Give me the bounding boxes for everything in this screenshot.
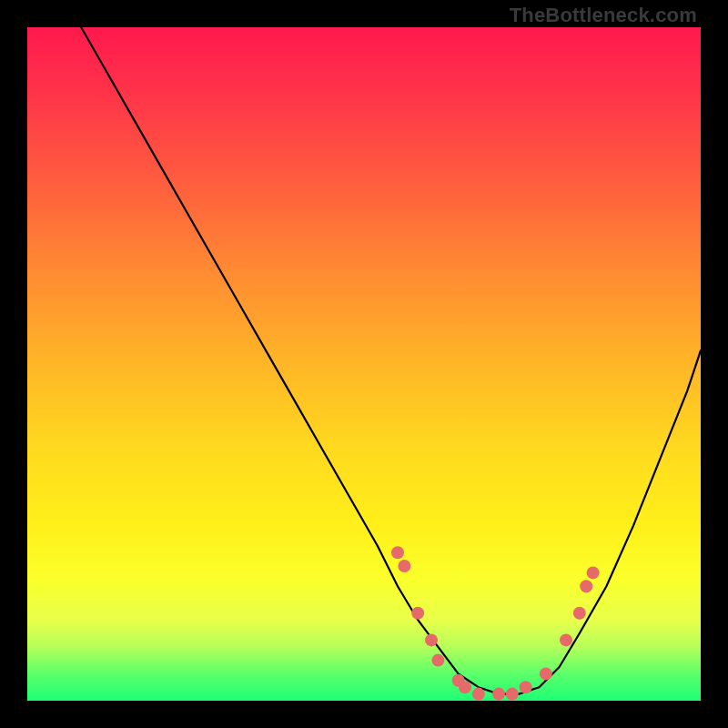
chart-svg bbox=[27, 27, 701, 701]
data-point bbox=[587, 566, 600, 579]
data-point bbox=[472, 688, 485, 701]
data-points-group bbox=[391, 546, 600, 700]
data-point bbox=[398, 560, 410, 572]
chart-frame bbox=[27, 27, 701, 701]
data-point bbox=[492, 688, 505, 701]
data-point bbox=[411, 607, 424, 620]
data-point bbox=[573, 607, 586, 620]
bottleneck-curve bbox=[81, 27, 701, 694]
data-point bbox=[506, 688, 519, 701]
data-point bbox=[580, 580, 592, 592]
data-point bbox=[459, 681, 471, 693]
data-point bbox=[540, 667, 552, 680]
data-point bbox=[560, 633, 572, 646]
data-point bbox=[425, 633, 438, 646]
data-point bbox=[391, 546, 404, 559]
watermark-label: TheBottleneck.com bbox=[510, 4, 697, 27]
data-point bbox=[431, 654, 444, 667]
data-point bbox=[520, 681, 532, 693]
